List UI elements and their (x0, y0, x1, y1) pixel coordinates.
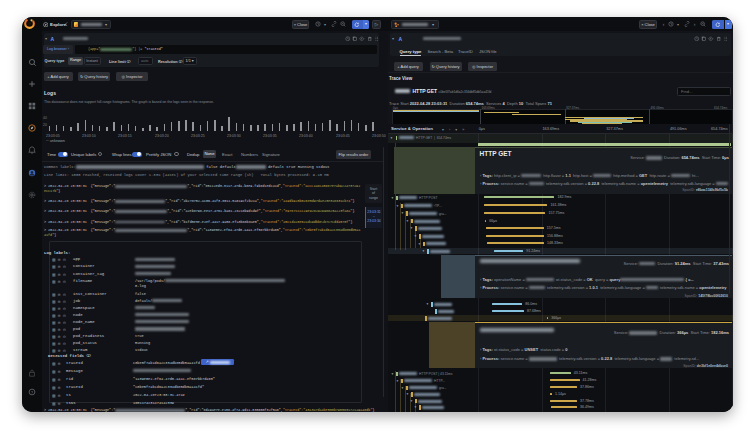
svg-text:?: ? (30, 390, 33, 395)
